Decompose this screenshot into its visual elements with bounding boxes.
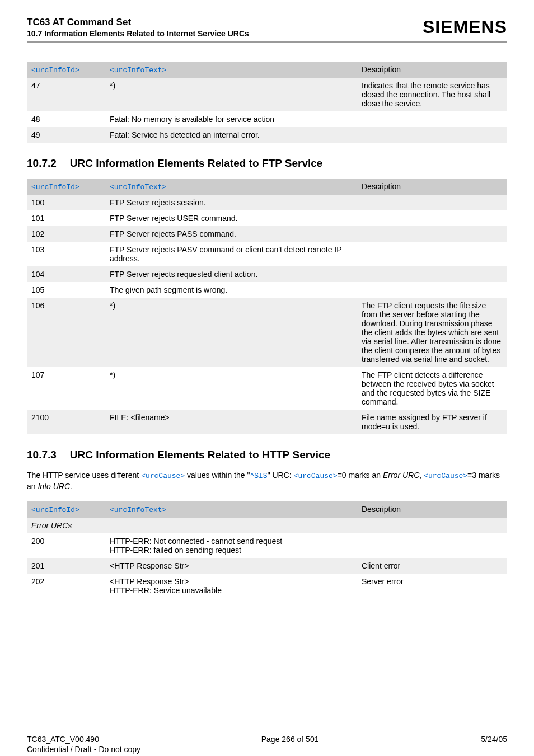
page-footer: TC63_ATC_V00.490 Page 266 of 501 5/24/05… [27,735,507,744]
col-header-text: <urcInfoText> [110,183,166,191]
col-header-text: <urcInfoText> [110,506,166,514]
doc-subtitle: 10.7 Information Elements Related to Int… [27,29,249,38]
col-header-desc: Description [357,179,507,195]
col-header-desc: Description [357,62,507,78]
http-intro-paragraph: The HTTP service uses different <urcCaus… [27,470,507,492]
col-header-text: <urcInfoText> [110,66,166,74]
table-row: 102FTP Server rejects PASS command. [27,226,507,242]
table-row: 104FTP Server rejects requested client a… [27,266,507,282]
col-header-id: <urcInfoId> [31,506,79,514]
table-row: 48 Fatal: No memory is available for ser… [27,111,507,127]
footer-confidential: Confidential / Draft - Do not copy [27,745,140,754]
footer-left: TC63_ATC_V00.490 [27,735,99,744]
table-row: 47 *) Indicates that the remote ser­vice… [27,78,507,111]
section-heading-ftp: 10.7.2URC Information Elements Related t… [27,157,507,170]
footer-right: 5/24/05 [481,735,507,744]
table-row: 201<HTTP Response Str>Client error [27,558,507,574]
table-row: 202<HTTP Response Str> HTTP-ERR: Service… [27,574,507,598]
page-header: TC63 AT Command Set 10.7 Information Ele… [27,17,507,43]
urc-table-ftp: <urcInfoId> <urcInfoText> Description 10… [27,179,507,434]
section-heading-http: 10.7.3URC Information Elements Related t… [27,449,507,461]
col-header-desc: Description [357,501,507,518]
table-group-row: Error URCs [27,518,507,533]
siemens-logo: SIEMENS [423,17,507,37]
urc-table-general: <urcInfoId> <urcInfoText> Description 47… [27,62,507,143]
table-row: 107*)The FTP client detects a differ­enc… [27,367,507,410]
table-row: 103FTP Server rejects PASV command or cl… [27,242,507,266]
footer-rule [27,721,507,721]
table-row: 200HTTP-ERR: Not connected - cannot send… [27,533,507,558]
doc-title: TC63 AT Command Set [27,17,249,28]
col-header-id: <urcInfoId> [31,183,79,191]
table-row: 105The given path segment is wrong. [27,282,507,298]
footer-center: Page 266 of 501 [261,735,319,744]
table-row: 49 Fatal: Service hs detected an interna… [27,127,507,143]
col-header-id: <urcInfoId> [31,66,79,74]
table-row: 106*)The FTP client requests the file si… [27,298,507,367]
table-row: 2100FILE: <filename>File name assigned b… [27,410,507,434]
urc-table-http: <urcInfoId> <urcInfoText> Description Er… [27,501,507,598]
table-row: 101FTP Server rejects USER command. [27,210,507,226]
table-row: 100FTP Server rejects session. [27,195,507,210]
